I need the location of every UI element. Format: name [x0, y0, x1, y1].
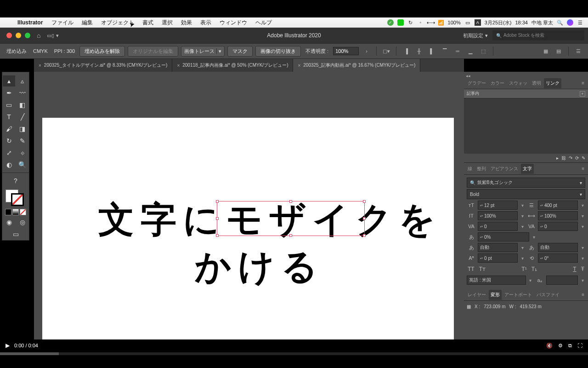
drawmode-behind[interactable]: ◎ [16, 217, 28, 228]
tab-color[interactable]: カラー [489, 78, 506, 88]
align-top-icon[interactable]: ▔ [441, 47, 449, 55]
strikethrough-icon[interactable]: Ŧ [581, 266, 584, 272]
w-value[interactable]: 419.523 m [520, 304, 542, 309]
traffic-lights[interactable] [0, 33, 30, 38]
app-name[interactable]: Illustrator [13, 19, 47, 26]
align-vcenter-icon[interactable]: ═ [453, 47, 462, 55]
rectangle-tool[interactable]: ▭ [3, 99, 15, 110]
x-value[interactable]: 723.009 m [484, 304, 505, 309]
opacity-input[interactable]: 100% [333, 47, 359, 55]
font-weight-field[interactable]: Bold▾ [467, 189, 585, 199]
minimize-window[interactable] [16, 33, 21, 38]
tsume-field[interactable]: ▴▾0% [478, 232, 529, 242]
tab-links[interactable]: リンク [544, 78, 561, 88]
doc-tab-2[interactable]: ×200118_記事内画像.ai* @ 50% (CMYK/プレビュー) [172, 59, 293, 72]
input-icon[interactable]: A [475, 19, 481, 26]
tab-appearance[interactable]: アピアランス [489, 164, 520, 174]
align-bottom-icon[interactable]: ▁ [466, 47, 475, 55]
doc-tab-1[interactable]: ×200325_タイトルデザイン.ai* @ 8.33% (CMYK/プレビュー… [34, 59, 172, 72]
menu-file[interactable]: ファイル [47, 19, 78, 27]
underline-icon[interactable]: T [573, 266, 576, 272]
zoom-window[interactable] [25, 33, 30, 38]
menu-type[interactable]: 書式 [138, 19, 158, 27]
width-tool[interactable]: ⟐ [16, 147, 28, 158]
collapse-panel-icon[interactable]: ◂◂ [466, 74, 470, 78]
menu-effect[interactable]: 効果 [177, 19, 196, 27]
eraser-tool[interactable]: ◨ [16, 123, 28, 134]
play-button[interactable]: ▶ [6, 342, 10, 349]
aki-left-field[interactable]: 自動 [478, 243, 518, 252]
spotlight-icon[interactable]: 🔍 [557, 19, 563, 26]
relink-icon[interactable]: ⛓ [561, 155, 566, 161]
menu-select[interactable]: 選択 [158, 19, 177, 27]
help-tool[interactable]: ? [3, 175, 28, 186]
line-tool[interactable]: ╱ [16, 111, 28, 122]
subscript-icon[interactable]: T₁ [531, 266, 537, 272]
language-field[interactable]: 英語 : 米国 [467, 276, 526, 285]
opacity-chevron[interactable]: › [362, 47, 371, 55]
style-icon[interactable]: ▢▾ [382, 47, 390, 55]
tab-transparency[interactable]: 透明 [530, 78, 543, 88]
zoom-tool[interactable]: 🔍 [16, 159, 28, 170]
mask-button[interactable]: マスク [227, 46, 253, 57]
leading-field[interactable]: ▴▾400 pt [538, 201, 578, 210]
type-tool[interactable]: T [3, 111, 15, 122]
eyedropper-tool[interactable]: ✎ [16, 135, 28, 146]
superscript-icon[interactable]: T¹ [521, 266, 526, 272]
panel-menu-icon[interactable]: ≡ [580, 166, 586, 171]
show-icon[interactable]: ▸ [556, 155, 559, 161]
tab-stroke[interactable]: 線 [466, 164, 474, 174]
gradient-swatch[interactable] [12, 209, 19, 215]
link-item-row[interactable]: 記事内+ [464, 89, 588, 98]
workspace-preset[interactable]: 初期設定▾ [458, 32, 492, 39]
rotate-tool[interactable]: ↻ [3, 135, 15, 146]
volume-icon[interactable]: 🔇 [546, 343, 553, 349]
direct-selection-tool[interactable]: ▵ [16, 75, 28, 86]
curvature-tool[interactable]: 〰 [16, 87, 28, 98]
tab-layers[interactable]: レイヤー [466, 290, 488, 300]
tab-artboards[interactable]: アートボート [503, 290, 534, 300]
tab-gradient[interactable]: グラデー [466, 78, 488, 88]
panel-menu-icon[interactable]: ≡ [580, 80, 586, 86]
gradient-tool[interactable]: ◐ [3, 159, 15, 170]
aki-right-field[interactable]: 自動 [538, 243, 578, 252]
menu-edit[interactable]: 編集 [78, 19, 97, 27]
fill-stroke-control[interactable] [3, 189, 28, 207]
vscale-field[interactable]: ▴▾100% [478, 211, 518, 220]
transform-icon[interactable]: ⬚ [479, 47, 487, 55]
text-line-2[interactable]: かける [195, 243, 324, 291]
expand-link-icon[interactable]: + [580, 91, 585, 97]
font-family-field[interactable]: 🔍筑紫B丸ゴシック▾ [467, 178, 585, 188]
shape-builder-tool[interactable]: ◧ [16, 99, 28, 110]
scale-tool[interactable]: ⤢ [3, 147, 15, 158]
selection-tool[interactable]: ▴ [3, 75, 15, 86]
doc-tab-3[interactable]: ×200325_記事内動画.ai* @ 16.67% (CMYK/プレビュー) [293, 59, 420, 72]
video-progress[interactable] [0, 352, 588, 355]
tab-align[interactable]: 整列 [475, 164, 488, 174]
update-icon[interactable]: ⟳ [575, 155, 579, 161]
panel-menu-icon[interactable]: ☰ [574, 47, 582, 55]
edit-icon[interactable]: ✎ [582, 155, 585, 161]
selection-bounds[interactable] [217, 201, 365, 236]
workspace-switcher[interactable]: ▭▯ ▾ [47, 33, 58, 39]
grid-icon[interactable]: ▤ [554, 47, 563, 55]
close-tab-icon[interactable]: × [298, 63, 300, 68]
menubar-user[interactable]: 中地 章太 [531, 19, 553, 26]
drawmode-normal[interactable]: ◉ [3, 217, 15, 228]
allcaps-icon[interactable]: TT [468, 266, 475, 272]
notifications-icon[interactable]: ☰ [577, 19, 583, 26]
smallcaps-icon[interactable]: Tᴛ [479, 266, 486, 272]
home-icon[interactable]: ⌂ [37, 32, 40, 39]
menu-help[interactable]: ヘルプ [251, 19, 276, 27]
menu-window[interactable]: ウィンドウ [215, 19, 251, 27]
menu-view[interactable]: 表示 [196, 19, 215, 27]
settings-icon[interactable]: ⚙ [558, 343, 563, 349]
tab-pathfinder[interactable]: パスファイ [535, 290, 561, 300]
stock-search[interactable]: 🔍Adobe Stock を検索 [492, 30, 584, 40]
tab-transform[interactable]: 変形 [489, 290, 502, 300]
artboard[interactable]: 文字にモザイクを かける [42, 118, 454, 339]
pen-tool[interactable]: ✒ [3, 87, 15, 98]
siri-icon[interactable] [567, 19, 573, 26]
baseline-field[interactable]: ▴▾0 pt [478, 253, 518, 263]
unembed-button[interactable]: 埋め込みを解除 [79, 46, 125, 57]
